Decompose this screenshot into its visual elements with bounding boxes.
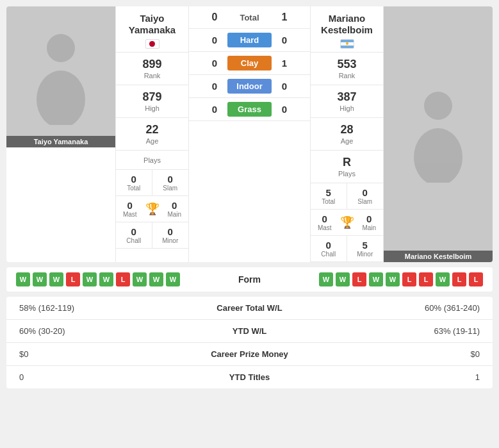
left-minor-label: Minor <box>154 237 187 244</box>
right-player-stats: Mariano Kestelboim 553 Rank <box>310 6 384 262</box>
stats-left-0: 58% (162-119) <box>19 303 186 313</box>
hard-score-left: 0 <box>202 35 227 46</box>
left-age-block: 22 Age <box>116 118 188 151</box>
right-total-value: 5 <box>313 187 345 198</box>
form-left-badge-8: W <box>149 272 163 286</box>
clay-badge: Clay <box>227 56 272 71</box>
form-left-badge-6: L <box>116 272 130 286</box>
hard-score-right: 0 <box>272 35 297 46</box>
form-right-badge-8: L <box>452 272 466 286</box>
form-right-badge-5: L <box>402 272 416 286</box>
stats-row-1: 60% (30-20)YTD W/L63% (19-11) <box>6 320 493 343</box>
stats-row-3: 0YTD Titles1 <box>6 366 493 388</box>
left-trophy-row: 0 Mast 🏆 0 Main <box>116 196 188 222</box>
form-right-badge-7: W <box>436 272 450 286</box>
total-label: Total <box>227 13 272 22</box>
right-flag-container <box>314 39 380 49</box>
left-player-name: Taiyo Yamanaka <box>119 13 185 36</box>
right-total-stat: 5 Total <box>311 183 347 209</box>
player-comparison: Taiyo Yamanaka Taiyo Yamanaka 899 Rank <box>6 6 493 262</box>
left-chall-label: Chall <box>118 237 150 244</box>
right-flag-ar <box>340 39 354 49</box>
stats-label-3: YTD Titles <box>186 372 314 382</box>
clay-score-right: 1 <box>272 58 297 69</box>
svg-point-0 <box>47 34 75 62</box>
left-main-label: Main <box>163 211 187 218</box>
grass-row: 0 Grass 0 <box>189 98 310 121</box>
grass-score-left: 0 <box>202 104 227 115</box>
left-player-column: Taiyo Yamanaka <box>6 6 115 262</box>
stats-left-3: 0 <box>19 372 186 382</box>
right-high-label: High <box>314 104 380 112</box>
left-rank-value: 899 <box>119 58 185 71</box>
right-mast-value: 0 <box>313 213 337 224</box>
left-plays-label: Plays <box>119 156 185 164</box>
right-plays-block: R Plays <box>311 151 383 183</box>
indoor-score-left: 0 <box>202 81 227 92</box>
left-plays-block: Plays <box>116 151 188 170</box>
hard-row: 0 Hard 0 <box>189 29 310 52</box>
right-sub-stats-chall-minor: 0 Chall 5 Minor <box>311 236 383 262</box>
clay-row: 0 Clay 1 <box>189 52 310 75</box>
right-slam-stat: 0 Slam <box>347 183 384 209</box>
stats-table: 58% (162-119)Career Total W/L60% (361-24… <box>6 297 493 388</box>
stats-right-1: 63% (19-11) <box>314 326 480 336</box>
form-left: WWWLWWLWWW <box>16 272 211 286</box>
grass-badge: Grass <box>227 102 272 117</box>
stats-right-0: 60% (361-240) <box>314 303 480 313</box>
stats-row-0: 58% (162-119)Career Total W/L60% (361-24… <box>6 297 493 320</box>
left-mast-value: 0 <box>118 200 142 211</box>
form-left-badge-2: W <box>49 272 63 286</box>
form-right-badge-9: L <box>469 272 483 286</box>
indoor-score-right: 0 <box>272 81 297 92</box>
stats-right-3: 1 <box>314 372 480 382</box>
left-player-photo: Taiyo Yamanaka <box>6 6 115 147</box>
right-player-name-overlay: Mariano Kestelboim <box>384 251 493 262</box>
right-plays-value: R <box>314 156 380 169</box>
left-slam-stat: 0 Slam <box>152 170 189 195</box>
left-player-silhouette <box>29 29 93 125</box>
left-flag-jp <box>145 39 160 49</box>
form-right-badge-1: W <box>336 272 350 286</box>
left-slam-value: 0 <box>154 174 187 185</box>
left-high-label: High <box>119 104 185 112</box>
left-age-value: 22 <box>119 123 185 137</box>
indoor-row: 0 Indoor 0 <box>189 75 310 98</box>
clay-score-left: 0 <box>202 58 227 69</box>
left-player-stats: Taiyo Yamanaka 899 Rank 879 High 22 <box>115 6 189 262</box>
right-mast-stat: 0 Mast <box>311 210 339 235</box>
stats-label-0: Career Total W/L <box>186 303 314 313</box>
form-left-badge-4: W <box>83 272 97 286</box>
right-chall-value: 0 <box>313 240 345 251</box>
left-age-label: Age <box>119 137 185 145</box>
right-plays-label: Plays <box>314 170 380 178</box>
stats-left-1: 60% (30-20) <box>19 326 186 336</box>
right-chall-label: Chall <box>313 251 345 258</box>
form-left-badge-7: W <box>133 272 147 286</box>
stats-label-2: Career Prize Money <box>186 349 314 359</box>
right-minor-value: 5 <box>349 240 382 251</box>
right-main-stat: 0 Main <box>356 210 384 235</box>
right-rank-label: Rank <box>314 72 380 79</box>
left-total-value: 0 <box>118 174 150 185</box>
form-left-badge-0: W <box>16 272 30 286</box>
right-slam-label: Slam <box>349 198 382 205</box>
left-main-stat: 0 Main <box>161 196 189 222</box>
right-trophy-row: 0 Mast 🏆 0 Main <box>311 210 383 236</box>
form-right-badge-2: L <box>352 272 366 286</box>
left-flag-circle <box>149 41 155 47</box>
form-left-badge-9: W <box>166 272 180 286</box>
left-rank-label: Rank <box>119 72 185 79</box>
right-age-block: 28 Age <box>311 118 383 151</box>
form-label: Form <box>211 274 288 285</box>
right-total-label: Total <box>313 198 345 205</box>
right-player-photo: Mariano Kestelboim <box>384 6 493 262</box>
total-row: 0 Total 1 <box>189 6 310 29</box>
main-container: Taiyo Yamanaka Taiyo Yamanaka 899 Rank <box>0 0 499 395</box>
right-age-value: 28 <box>314 123 380 137</box>
right-sub-stats-total-slam: 5 Total 0 Slam <box>311 183 383 210</box>
form-right: WWLWWLLWLL <box>288 272 484 286</box>
right-rank-value: 553 <box>314 58 380 71</box>
svg-point-3 <box>414 128 462 183</box>
right-slam-value: 0 <box>349 187 382 198</box>
